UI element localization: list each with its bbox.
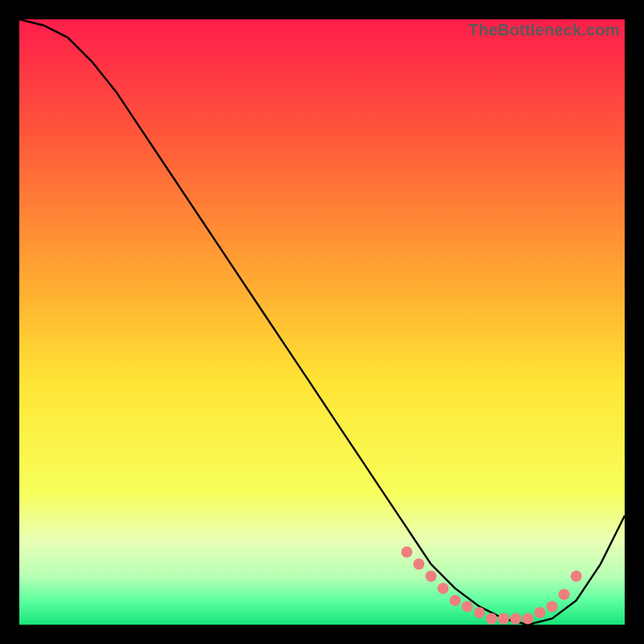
chart-frame: TheBottleneck.com bbox=[19, 19, 625, 625]
marker-dot bbox=[401, 547, 412, 558]
marker-dot bbox=[535, 607, 546, 618]
marker-dot bbox=[474, 607, 485, 618]
marker-dot bbox=[571, 571, 582, 582]
marker-dot bbox=[413, 559, 424, 570]
marker-dot bbox=[510, 613, 522, 625]
marker-dot bbox=[425, 571, 436, 582]
marker-dot bbox=[449, 595, 460, 606]
marker-dot bbox=[559, 588, 570, 600]
marker-dot bbox=[462, 601, 473, 612]
marker-dot bbox=[498, 613, 510, 625]
plot-area bbox=[19, 19, 625, 625]
marker-dot bbox=[522, 613, 534, 625]
gradient-background bbox=[19, 19, 625, 625]
marker-dot bbox=[547, 601, 558, 612]
marker-dot bbox=[437, 583, 448, 594]
watermark-text: TheBottleneck.com bbox=[469, 21, 620, 39]
marker-dot bbox=[486, 613, 497, 625]
